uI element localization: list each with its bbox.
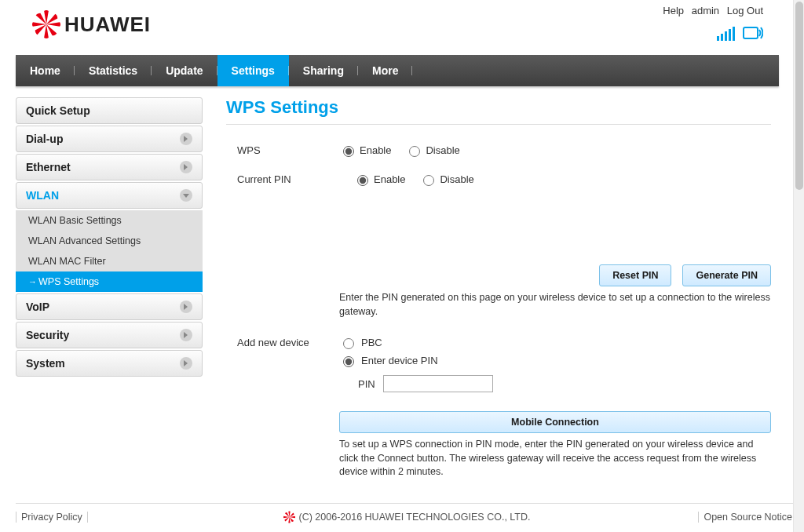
main-nav: Home Statistics Update Settings Sharing … <box>16 55 779 86</box>
wps-enable-radio[interactable] <box>343 146 354 157</box>
pin-enable-option[interactable]: Enable <box>353 173 405 186</box>
nav-settings[interactable]: Settings <box>217 55 289 86</box>
pin-field-label: PIN <box>358 378 375 390</box>
generate-pin-button[interactable]: Generate PIN <box>682 264 771 286</box>
pin-disable-radio[interactable] <box>423 175 434 186</box>
chevron-right-icon <box>180 161 192 173</box>
sidebar-sub-wlan-advanced[interactable]: WLAN Advanced Settings <box>16 231 203 251</box>
radio-label: Disable <box>440 173 473 185</box>
chevron-right-icon <box>180 301 192 313</box>
scrollbar-thumb[interactable] <box>795 2 803 190</box>
sidebar-label: Ethernet <box>26 161 71 173</box>
chevron-down-icon <box>180 189 192 202</box>
copyright-text: (C) 2006-2016 HUAWEI TECHNOLOGIES CO., L… <box>299 512 531 523</box>
pin-disable-option[interactable]: Disable <box>419 173 473 186</box>
logout-link[interactable]: Log Out <box>727 5 763 16</box>
chevron-right-icon <box>180 329 192 341</box>
add-enter-pin-option[interactable]: Enter device PIN <box>339 354 771 367</box>
radio-label: PBC <box>361 337 382 348</box>
nav-statistics[interactable]: Statistics <box>75 55 152 86</box>
radio-label: Enable <box>374 173 405 185</box>
radio-label: Enter device PIN <box>361 355 438 366</box>
sidebar-label: Quick Setup <box>26 104 90 117</box>
wps-disable-radio[interactable] <box>409 146 420 157</box>
page-title: WPS Settings <box>226 97 771 125</box>
current-user[interactable]: admin <box>692 5 719 16</box>
sidebar-item-ethernet[interactable]: Ethernet <box>16 154 203 180</box>
sidebar: Quick Setup Dial-up Ethernet WLAN WLAN B… <box>16 97 203 479</box>
nav-home[interactable]: Home <box>16 55 75 86</box>
mobile-connection-button[interactable]: Mobile Connection <box>339 411 771 433</box>
footer: Privacy Policy (C) 2006-2016 HUAWEI TECH… <box>16 503 798 523</box>
sidebar-item-security[interactable]: Security <box>16 322 203 348</box>
sidebar-item-quick-setup[interactable]: Quick Setup <box>16 97 203 124</box>
sidebar-item-wlan[interactable]: WLAN <box>16 182 203 209</box>
open-source-link[interactable]: Open Source Notice <box>698 512 798 523</box>
sidebar-label: System <box>26 357 65 370</box>
nav-sharing[interactable]: Sharing <box>289 55 358 86</box>
signal-strength-icon <box>717 27 735 41</box>
top-links: Help admin Log Out <box>658 5 763 16</box>
sidebar-label: VoIP <box>26 301 49 313</box>
add-enter-pin-radio[interactable] <box>343 356 354 367</box>
sidebar-item-dial-up[interactable]: Dial-up <box>16 126 203 152</box>
wps-enable-option[interactable]: Enable <box>339 144 391 157</box>
huawei-sun-icon <box>31 9 61 39</box>
add-pbc-option[interactable]: PBC <box>339 336 382 349</box>
brand-logo: HUAWEI <box>31 9 151 39</box>
current-pin-label: Current PIN <box>237 173 339 185</box>
add-device-label: Add new device <box>237 337 339 348</box>
nav-more[interactable]: More <box>358 55 412 86</box>
sidebar-item-system[interactable]: System <box>16 350 203 377</box>
pin-note-text: Enter the PIN generated on this page on … <box>237 291 771 319</box>
sidebar-label: Security <box>26 329 69 341</box>
wifi-status-icon <box>743 25 763 41</box>
chevron-right-icon <box>180 357 192 370</box>
chevron-right-icon <box>180 133 192 145</box>
reset-pin-button[interactable]: Reset PIN <box>599 264 671 286</box>
sidebar-label: Dial-up <box>26 133 63 145</box>
add-pbc-radio[interactable] <box>343 338 354 349</box>
pin-enable-radio[interactable] <box>357 175 368 186</box>
scrollbar[interactable] <box>793 0 804 532</box>
nav-update[interactable]: Update <box>152 55 217 86</box>
svg-rect-0 <box>744 27 758 38</box>
wps-disable-option[interactable]: Disable <box>405 144 459 157</box>
connect-note-text: To set up a WPS connection in PIN mode, … <box>237 438 771 479</box>
sidebar-sub-wps-settings[interactable]: WPS Settings <box>16 271 203 292</box>
device-pin-input[interactable] <box>383 375 493 392</box>
radio-label: Enable <box>360 144 391 156</box>
sidebar-item-voip[interactable]: VoIP <box>16 293 203 320</box>
brand-text: HUAWEI <box>64 13 151 37</box>
radio-label: Disable <box>426 144 459 156</box>
sidebar-sub-wlan-basic[interactable]: WLAN Basic Settings <box>16 210 203 231</box>
help-link[interactable]: Help <box>663 5 684 16</box>
privacy-policy-link[interactable]: Privacy Policy <box>16 512 88 523</box>
sidebar-wlan-sublist: WLAN Basic Settings WLAN Advanced Settin… <box>16 210 203 292</box>
sidebar-sub-wlan-mac[interactable]: WLAN MAC Filter <box>16 251 203 271</box>
wps-label: WPS <box>237 144 339 156</box>
huawei-sun-icon <box>283 511 296 523</box>
sidebar-label: WLAN <box>26 189 59 202</box>
